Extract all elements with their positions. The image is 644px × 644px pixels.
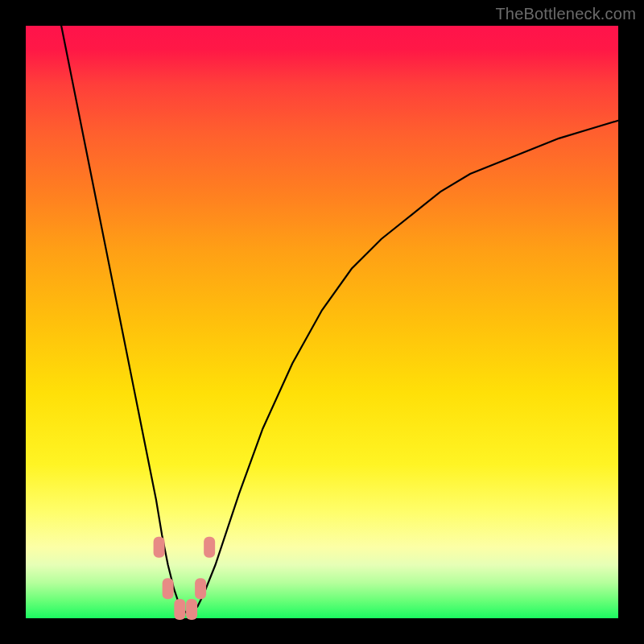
bottleneck-curve: [61, 26, 618, 613]
watermark-text: TheBottleneck.com: [495, 5, 636, 23]
curve-marker: [186, 599, 197, 620]
curve-marker: [163, 578, 174, 599]
curve-marker: [174, 599, 185, 620]
curve-markers: [154, 537, 216, 620]
chart-frame: TheBottleneck.com: [0, 0, 644, 644]
curve-marker: [195, 578, 206, 599]
plot-area: [26, 26, 618, 618]
bottleneck-curve-svg: [26, 26, 618, 618]
curve-marker: [204, 537, 215, 558]
curve-marker: [154, 537, 165, 558]
